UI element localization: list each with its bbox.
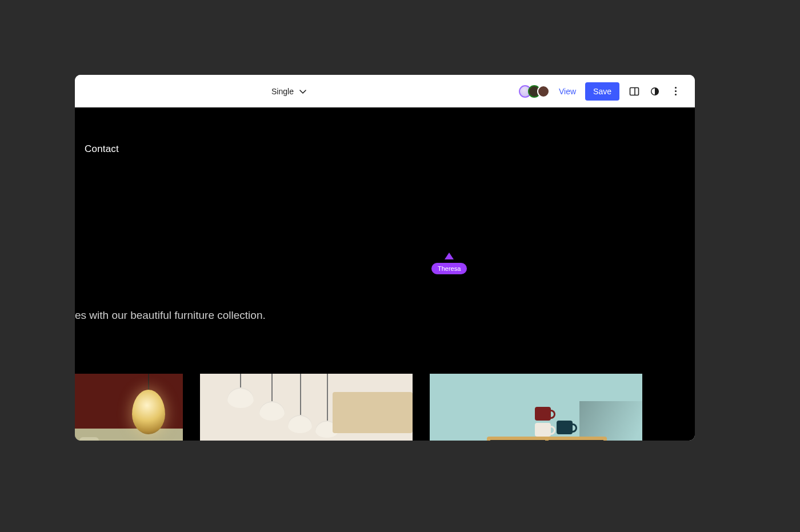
- more-options-icon[interactable]: [670, 86, 681, 97]
- product-card[interactable]: [200, 374, 413, 441]
- template-mode-selector[interactable]: Single: [271, 87, 307, 96]
- product-card[interactable]: [430, 374, 642, 441]
- save-button[interactable]: Save: [585, 82, 619, 101]
- top-toolbar: Single View Save: [75, 75, 695, 107]
- product-card[interactable]: [75, 374, 183, 441]
- site-canvas[interactable]: Contact Iconic es with our beautiful fur…: [75, 107, 695, 441]
- collaborator-avatars[interactable]: [519, 85, 550, 98]
- contrast-toggle-icon[interactable]: [649, 86, 661, 97]
- template-mode-label: Single: [271, 87, 294, 96]
- product-image-row: [75, 374, 642, 441]
- nav-link-contact[interactable]: Contact: [85, 143, 119, 155]
- avatar: [537, 85, 550, 98]
- view-link[interactable]: View: [559, 87, 576, 96]
- cursor-arrow-icon: [445, 253, 454, 259]
- panel-toggle-icon[interactable]: [629, 86, 640, 97]
- chevron-down-icon: [298, 87, 307, 96]
- editor-viewport: Single View Save Contact Iconic es: [75, 75, 695, 441]
- collaborator-name-label: Theresa: [431, 263, 467, 274]
- collaborator-cursor: Theresa: [431, 253, 467, 274]
- svg-rect-0: [630, 87, 639, 95]
- hero-tagline-fragment: es with our beautiful furniture collecti…: [75, 309, 266, 322]
